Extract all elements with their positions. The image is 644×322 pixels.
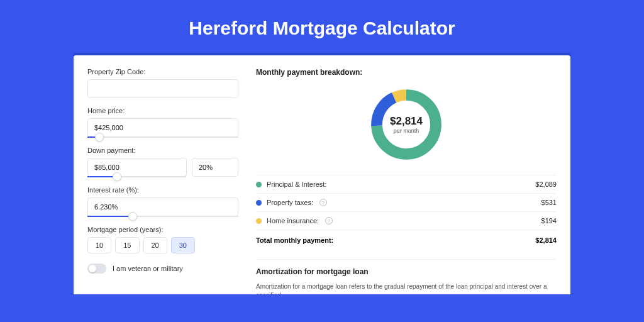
row-total: Total monthly payment: $2,814: [256, 230, 557, 249]
row-principal-interest: Principal & Interest: $2,089: [256, 175, 557, 193]
calculator-card-wrap: Property Zip Code: Home price: Down paym…: [74, 53, 570, 294]
home-price-label: Home price:: [87, 107, 238, 114]
down-payment-slider[interactable]: [87, 176, 186, 177]
total-label: Total monthly payment:: [256, 236, 333, 244]
inputs-panel: Property Zip Code: Home price: Down paym…: [87, 68, 238, 282]
home-price-slider[interactable]: [87, 136, 238, 138]
donut-value: $2,814: [390, 115, 423, 128]
dot-icon: [256, 182, 262, 187]
interest-rate-slider[interactable]: [87, 216, 238, 217]
veteran-toggle[interactable]: [87, 264, 106, 274]
row-label: Home insurance:: [267, 217, 319, 225]
period-option-30[interactable]: 30: [171, 237, 195, 253]
breakdown-title: Monthly payment breakdown:: [256, 68, 557, 77]
amortization-section: Amortization for mortgage loan Amortizat…: [256, 259, 557, 294]
calculator-card: Property Zip Code: Home price: Down paym…: [74, 55, 570, 294]
row-label: Property taxes:: [267, 199, 313, 206]
row-value: $2,089: [535, 180, 557, 188]
donut-sub: per month: [394, 128, 419, 134]
dot-icon: [256, 200, 262, 206]
row-value: $194: [541, 217, 557, 225]
mortgage-period-pills: 10 15 20 30: [87, 237, 238, 253]
interest-rate-input[interactable]: [87, 197, 238, 216]
row-label: Principal & Interest:: [267, 180, 326, 188]
period-option-20[interactable]: 20: [143, 237, 167, 253]
mortgage-period-label: Mortgage period (years):: [87, 226, 238, 233]
info-icon[interactable]: ?: [319, 199, 327, 206]
down-payment-input[interactable]: [87, 158, 187, 177]
period-option-10[interactable]: 10: [87, 237, 111, 253]
row-value: $531: [541, 199, 557, 206]
interest-rate-label: Interest rate (%):: [87, 186, 238, 194]
zip-label: Property Zip Code:: [87, 68, 238, 75]
page-title: Hereford Mortgage Calculator: [0, 18, 644, 39]
period-option-15[interactable]: 15: [115, 237, 139, 253]
down-payment-label: Down payment:: [87, 147, 238, 154]
amortization-body: Amortization for a mortgage loan refers …: [256, 282, 557, 294]
breakdown-panel: Monthly payment breakdown: $2,814 per mo…: [256, 68, 557, 282]
total-value: $2,814: [535, 236, 557, 244]
row-home-insurance: Home insurance: ? $194: [256, 211, 557, 230]
donut-chart: $2,814 per month: [367, 86, 445, 164]
donut-chart-wrap: $2,814 per month: [256, 79, 557, 175]
zip-input[interactable]: [87, 79, 238, 98]
down-payment-pct-input[interactable]: [192, 158, 238, 177]
veteran-label: I am veteran or military: [113, 265, 183, 272]
row-property-taxes: Property taxes: ? $531: [256, 193, 557, 211]
dot-icon: [256, 218, 262, 224]
home-price-input[interactable]: [87, 118, 238, 137]
info-icon[interactable]: ?: [325, 217, 333, 225]
amortization-title: Amortization for mortgage loan: [256, 267, 557, 276]
